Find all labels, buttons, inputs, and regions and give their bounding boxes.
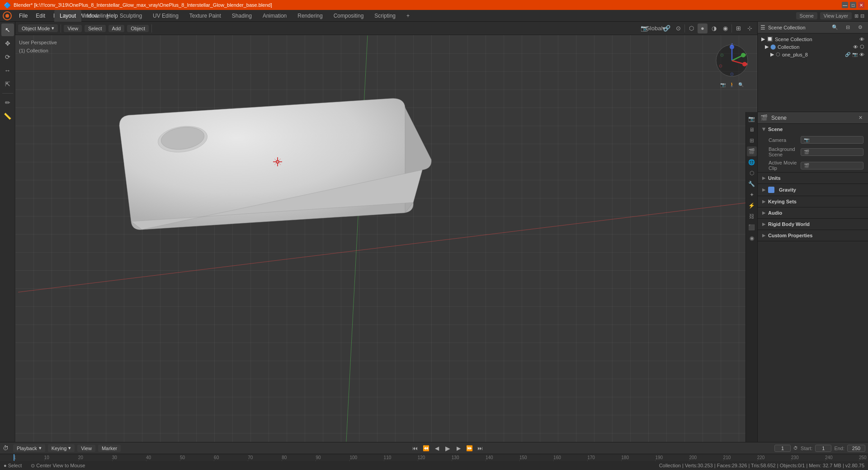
tool-rotate[interactable]: ⟳	[1, 51, 14, 63]
timeline-controls: ⏮ ⏪ ◀ ▶ ▶ ⏩ ⏭	[410, 444, 485, 453]
prop-data-icon[interactable]: ⬛	[747, 222, 757, 232]
minimize-button[interactable]: —	[842, 2, 848, 8]
tool-annotate[interactable]: ✏	[1, 96, 14, 109]
outliner-search[interactable]: 🔍	[830, 23, 840, 33]
shading-solid[interactable]: ●	[698, 24, 708, 33]
scene-chevron: ▶	[762, 128, 766, 131]
header-icon-2[interactable]: ⊟	[860, 13, 864, 19]
gizmo-toggle[interactable]: ⊹	[745, 24, 755, 33]
tab-rendering[interactable]: Rendering	[292, 10, 328, 22]
end-frame-input[interactable]	[847, 445, 865, 452]
tool-move[interactable]: ✥	[1, 37, 14, 50]
keying-sets-header[interactable]: ▶ Keying Sets	[758, 196, 868, 207]
outliner-row-object[interactable]: ▶ ⬡ one_plus_8 🔗 📷 👁	[758, 51, 868, 58]
viewport-add-menu[interactable]: Add	[108, 25, 125, 32]
tab-modeling[interactable]: Modeling	[81, 10, 114, 22]
tab-compositing[interactable]: Compositing	[328, 10, 369, 22]
viewport-proportional-icon[interactable]: ⊙	[673, 24, 683, 33]
step-forward[interactable]: ▶	[454, 444, 463, 453]
prop-render-icon[interactable]: 📷	[747, 114, 757, 124]
start-frame-input[interactable]	[815, 445, 831, 452]
prop-output-icon[interactable]: 🖥	[747, 125, 757, 135]
object-camera[interactable]: 📷	[852, 52, 858, 57]
scene-section-header[interactable]: ▶ Scene	[758, 124, 868, 135]
tab-animation[interactable]: Animation	[257, 10, 292, 22]
collection-restrict[interactable]: ⬡	[860, 44, 864, 50]
menu-edit[interactable]: Edit	[32, 12, 49, 20]
background-scene-value[interactable]: 🎬	[801, 148, 863, 156]
object-link[interactable]: 🔗	[845, 52, 850, 57]
header-icon-1[interactable]: ⊞	[854, 13, 859, 19]
tool-scale[interactable]: ↔	[1, 64, 14, 77]
tab-texture-paint[interactable]: Texture Paint	[184, 10, 226, 22]
maximize-button[interactable]: □	[850, 2, 856, 8]
step-back[interactable]: ◀	[432, 444, 441, 453]
prop-particles-icon[interactable]: ✦	[747, 190, 757, 200]
svg-text:Z: Z	[731, 42, 733, 47]
audio-section-header[interactable]: ▶ Audio	[758, 207, 868, 218]
tool-select[interactable]: ↖	[1, 24, 14, 36]
playback-menu[interactable]: Playback ▾	[13, 444, 45, 452]
prop-object-icon[interactable]: ⬡	[747, 168, 757, 178]
viewport-view-menu[interactable]: View	[64, 25, 82, 32]
tab-uv-editing[interactable]: UV Editing	[147, 10, 184, 22]
active-clip-value[interactable]: 🎬	[801, 162, 863, 169]
view-menu[interactable]: View	[77, 445, 95, 452]
outliner-row-scene-collection[interactable]: ▶ 🔲 Scene Collection 👁	[758, 35, 868, 43]
tab-sculpting[interactable]: Sculpting	[114, 10, 147, 22]
svg-text:X: X	[745, 62, 748, 66]
shading-wireframe[interactable]: ⬡	[686, 24, 696, 33]
viewport-object-menu[interactable]: Object	[127, 25, 149, 32]
viewport-global-menu[interactable]: Global ▾	[651, 24, 660, 33]
collection-visibility[interactable]: 👁	[853, 44, 858, 50]
outliner-filter[interactable]: ⊟	[843, 23, 853, 33]
tool-measure[interactable]: 📏	[1, 110, 14, 122]
camera-value[interactable]: 📷	[801, 136, 863, 144]
prop-constraints-icon[interactable]: ⛓	[747, 212, 757, 221]
viewport-snap-icon[interactable]: 🔗	[662, 24, 672, 33]
prop-material-icon[interactable]: ◉	[747, 233, 757, 243]
prop-world-icon[interactable]: 🌐	[747, 157, 757, 167]
focus-mode[interactable]: 🔍	[737, 81, 745, 88]
units-section-header[interactable]: ▶ Units	[758, 173, 868, 183]
jump-to-end[interactable]: ⏭	[476, 444, 485, 453]
overlay-toggle[interactable]: ⊞	[733, 24, 743, 33]
visibility-icon[interactable]: 👁	[859, 37, 864, 42]
jump-next-keyframe[interactable]: ⏩	[465, 444, 474, 453]
rigid-body-header[interactable]: ▶ Rigid Body World	[758, 219, 868, 230]
scene-panel-close[interactable]: ✕	[855, 113, 865, 123]
object-mode-dropdown[interactable]: Object Mode ▾	[18, 24, 58, 32]
custom-props-label: Custom Properties	[768, 233, 812, 238]
tab-shading[interactable]: Shading	[226, 10, 257, 22]
prop-view-layer-icon[interactable]: ⊞	[747, 136, 757, 146]
jump-prev-keyframe[interactable]: ⏪	[421, 444, 430, 453]
current-frame-input[interactable]	[774, 445, 791, 452]
menu-file[interactable]: File	[15, 12, 31, 20]
tab-scripting[interactable]: Scripting	[369, 10, 401, 22]
nav-gizmo[interactable]: Z Y X 📷 🚶 🔍	[714, 42, 750, 79]
custom-props-header[interactable]: ▶ Custom Properties	[758, 230, 868, 241]
prop-modifier-icon[interactable]: 🔧	[747, 179, 757, 189]
outliner-settings[interactable]: ⚙	[855, 23, 865, 33]
shading-material[interactable]: ◑	[709, 24, 719, 33]
camera-to-view[interactable]: 📷	[719, 81, 726, 88]
shading-render[interactable]: ◉	[720, 24, 730, 33]
tab-layout[interactable]: Layout	[54, 10, 81, 22]
3d-viewport[interactable]: User Perspective (1) Collection Z Y X	[15, 35, 757, 442]
timeline-tick-110: 110	[384, 455, 392, 460]
play-pause[interactable]: ▶	[443, 444, 452, 453]
marker-menu[interactable]: Marker	[98, 445, 121, 452]
gravity-section-header[interactable]: ▶ Gravity	[758, 184, 868, 196]
object-visibility[interactable]: 👁	[859, 52, 864, 57]
prop-physics-icon[interactable]: ⚡	[747, 201, 757, 211]
outliner-row-collection[interactable]: ▶ ⬤ Collection 👁 ⬡	[758, 43, 868, 51]
keying-menu[interactable]: Keying ▾	[48, 444, 75, 452]
prop-scene-icon active[interactable]: 🎬	[747, 146, 757, 156]
close-button[interactable]: ✕	[858, 2, 864, 8]
tab-add[interactable]: +	[401, 10, 415, 22]
gravity-toggle[interactable]	[768, 187, 774, 193]
walk-mode[interactable]: 🚶	[728, 81, 736, 88]
tool-transform[interactable]: ⇱	[1, 78, 14, 90]
viewport-select-menu[interactable]: Select	[85, 25, 106, 32]
jump-to-start[interactable]: ⏮	[410, 444, 420, 453]
